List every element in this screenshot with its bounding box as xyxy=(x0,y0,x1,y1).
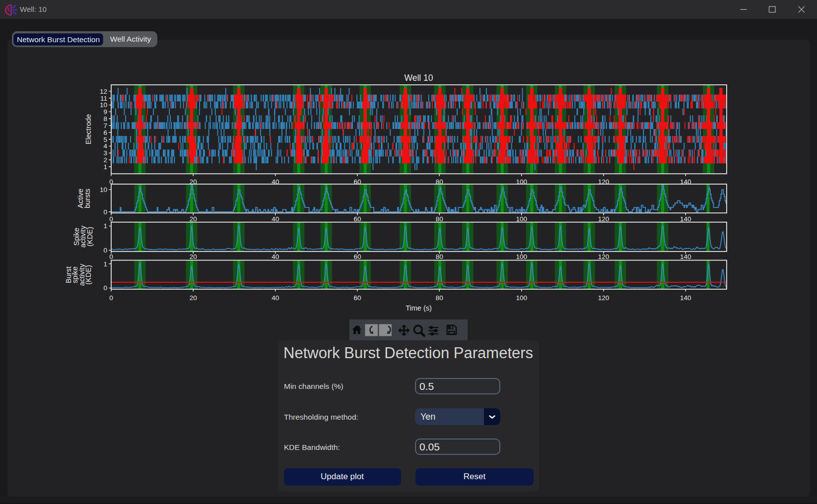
svg-text:1: 1 xyxy=(103,260,107,268)
svg-text:11: 11 xyxy=(100,95,107,102)
svg-text:0: 0 xyxy=(103,247,107,254)
svg-text:(KDE): (KDE) xyxy=(84,265,92,284)
svg-text:3: 3 xyxy=(103,149,107,157)
svg-text:0: 0 xyxy=(109,294,113,302)
svg-text:Electrode: Electrode xyxy=(84,114,92,144)
svg-text:140: 140 xyxy=(680,253,691,260)
svg-text:9: 9 xyxy=(103,108,107,116)
svg-text:7: 7 xyxy=(103,122,107,129)
svg-text:0: 0 xyxy=(103,208,107,216)
svg-text:4: 4 xyxy=(103,142,107,150)
svg-text:40: 40 xyxy=(272,253,279,260)
svg-text:60: 60 xyxy=(353,178,361,186)
svg-text:40: 40 xyxy=(272,294,279,302)
svg-text:5: 5 xyxy=(103,136,107,143)
svg-text:0: 0 xyxy=(109,253,113,260)
svg-text:100: 100 xyxy=(516,253,527,260)
svg-text:100: 100 xyxy=(516,178,527,186)
svg-text:100: 100 xyxy=(516,215,527,223)
svg-text:80: 80 xyxy=(436,294,443,302)
svg-text:80: 80 xyxy=(436,178,443,186)
svg-text:10: 10 xyxy=(100,186,107,193)
svg-text:140: 140 xyxy=(680,178,691,186)
svg-text:60: 60 xyxy=(353,294,361,302)
svg-text:20: 20 xyxy=(190,178,197,186)
svg-text:120: 120 xyxy=(598,294,610,302)
svg-text:60: 60 xyxy=(353,253,361,260)
svg-text:8: 8 xyxy=(103,115,107,123)
svg-text:120: 120 xyxy=(598,215,610,223)
svg-text:20: 20 xyxy=(190,215,197,223)
svg-text:80: 80 xyxy=(436,215,443,223)
svg-text:80: 80 xyxy=(436,253,443,260)
svg-text:12: 12 xyxy=(100,88,107,95)
svg-text:100: 100 xyxy=(516,294,527,302)
svg-text:40: 40 xyxy=(272,215,279,223)
svg-text:0: 0 xyxy=(109,178,113,186)
svg-text:20: 20 xyxy=(190,294,197,302)
svg-text:(KDE): (KDE) xyxy=(86,227,94,246)
svg-text:140: 140 xyxy=(680,215,691,223)
svg-text:140: 140 xyxy=(680,294,691,302)
svg-text:1: 1 xyxy=(103,222,107,230)
svg-text:120: 120 xyxy=(598,253,610,260)
svg-text:1: 1 xyxy=(103,163,107,171)
svg-text:2: 2 xyxy=(103,156,107,164)
svg-text:6: 6 xyxy=(103,129,107,136)
svg-text:0: 0 xyxy=(109,215,113,223)
svg-text:10: 10 xyxy=(100,101,107,109)
svg-text:bursts: bursts xyxy=(83,189,91,208)
svg-text:120: 120 xyxy=(598,178,610,186)
svg-text:Well 10: Well 10 xyxy=(404,73,433,83)
svg-text:Time (s): Time (s) xyxy=(406,304,432,312)
svg-text:60: 60 xyxy=(353,215,361,223)
svg-text:0: 0 xyxy=(103,284,107,292)
svg-text:40: 40 xyxy=(272,178,279,186)
svg-text:20: 20 xyxy=(190,253,197,260)
